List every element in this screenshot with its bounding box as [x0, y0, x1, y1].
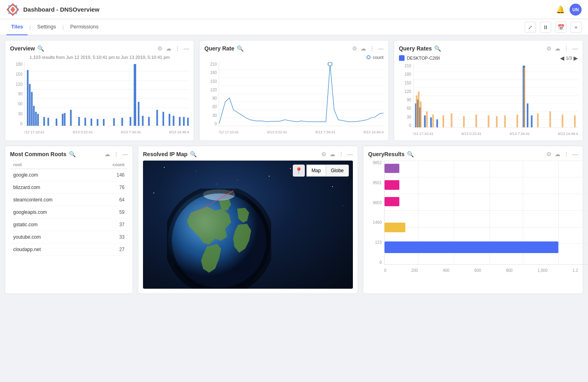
query-rates-tile: Query Rates 🔍 ⚙ ☁ ⋮ — DESKTOP-C2I9I ◀ 1/…	[394, 40, 583, 141]
svg-rect-80	[562, 115, 563, 127]
col-root: root	[10, 161, 94, 169]
table-header-row: root count	[10, 161, 128, 169]
mc-more-icon[interactable]: ⋮	[113, 151, 119, 157]
bell-icon[interactable]: 🔔	[556, 5, 565, 14]
nav-settings[interactable]: Settings	[32, 19, 61, 35]
nav-tiles[interactable]: Tiles	[6, 19, 28, 35]
rm-more-icon[interactable]: ⋮	[338, 151, 344, 157]
svg-rect-18	[62, 114, 63, 126]
query-rates-controls: ⚙ ☁ ⋮ —	[546, 45, 578, 52]
rm-minimize-icon[interactable]: —	[347, 151, 353, 157]
overview-subtitle: 1,103 results from Jun 12 2019, 5:10:41 …	[10, 55, 189, 60]
svg-rect-68	[432, 115, 434, 127]
svg-rect-59	[430, 117, 432, 127]
overview-cloud-icon[interactable]: ☁	[166, 45, 171, 52]
add-tile-button[interactable]: +	[570, 22, 582, 33]
query-rate-search-icon[interactable]: 🔍	[237, 45, 244, 52]
qr-cloud-icon[interactable]: ☁	[360, 45, 366, 52]
qrates-legend-label: DESKTOP-C2I9I	[407, 56, 440, 60]
svg-rect-9	[27, 70, 28, 126]
svg-rect-64	[416, 96, 417, 128]
root-cell: youtube.com	[10, 231, 94, 243]
legend-box	[399, 55, 405, 61]
svg-rect-75	[504, 115, 505, 127]
legend-prev-arrow[interactable]: ◀	[560, 55, 564, 61]
query-rates-tile-header: Query Rates 🔍 ⚙ ☁ ⋮ —	[399, 45, 578, 52]
svg-marker-2	[10, 6, 15, 13]
svg-rect-33	[156, 110, 158, 126]
app-header: Dashboard - DNSOverview 🔔 UN	[0, 0, 588, 19]
query-rates-search-icon[interactable]: 🔍	[434, 45, 441, 52]
qres-y-axis: 9852 9501 9003 1460 123 0	[368, 161, 383, 265]
svg-rect-17	[56, 119, 57, 126]
expand-button[interactable]: ⤢	[525, 22, 536, 33]
svg-rect-31	[142, 116, 143, 126]
svg-rect-34	[163, 112, 164, 126]
overview-more-icon[interactable]: ⋮	[175, 45, 180, 52]
map-toggle: 📍 Map Globe	[293, 165, 349, 177]
query-results-search-icon[interactable]: 🔍	[407, 151, 414, 157]
calendar-button[interactable]: 📅	[555, 22, 566, 33]
qrates-settings-icon[interactable]: ⚙	[546, 45, 552, 52]
globe-button[interactable]: Globe	[326, 165, 349, 177]
query-results-title: QueryResults	[368, 151, 405, 157]
qrates-plot	[413, 64, 578, 128]
count-cell: 64	[94, 194, 128, 206]
overview-title: Overview	[10, 45, 35, 52]
most-common-header: Most Common Roots 🔍 ☁ ⋮ —	[10, 151, 128, 157]
qres-more-icon[interactable]: ⋮	[564, 151, 569, 157]
root-cell: google.com	[10, 169, 94, 181]
rm-cloud-icon[interactable]: ☁	[330, 151, 335, 157]
map-pin-icon[interactable]: 📍	[293, 165, 305, 177]
svg-rect-65	[418, 92, 419, 127]
root-cell: gstatic.com	[10, 219, 94, 231]
qrates-cloud-icon[interactable]: ☁	[555, 45, 560, 52]
svg-rect-20	[70, 110, 72, 126]
nav-permissions[interactable]: Permissions	[65, 19, 103, 35]
legend-next-arrow[interactable]: ▶	[574, 55, 578, 61]
count-cell: 59	[94, 206, 128, 219]
avatar[interactable]: UN	[570, 4, 582, 16]
overview-minimize-icon[interactable]: —	[183, 45, 189, 52]
count-cell: 146	[94, 169, 128, 181]
qr-minimize-icon[interactable]: —	[378, 45, 384, 52]
svg-rect-29	[134, 64, 136, 126]
qres-cloud-icon[interactable]: ☁	[555, 151, 560, 157]
table-row: gstatic.com37	[10, 219, 128, 231]
qrates-more-icon[interactable]: ⋮	[564, 45, 569, 52]
mc-cloud-icon[interactable]: ☁	[105, 151, 110, 157]
mc-minimize-icon[interactable]: —	[122, 151, 128, 157]
overview-settings-icon[interactable]: ⚙	[157, 45, 163, 52]
header-left: Dashboard - DNSOverview	[6, 3, 99, 16]
qr-more-icon[interactable]: ⋮	[369, 45, 375, 52]
svg-rect-62	[527, 103, 528, 127]
pause-button[interactable]: ⏸	[540, 22, 551, 33]
most-common-search-icon[interactable]: 🔍	[69, 151, 76, 157]
qres-settings-icon[interactable]: ⚙	[546, 151, 552, 157]
svg-rect-60	[436, 119, 438, 127]
overview-y-axis: 1801501209060300	[10, 62, 24, 126]
query-rates-legend: DESKTOP-C2I9I ◀ 1/3 ▶	[399, 55, 578, 61]
svg-rect-27	[121, 118, 123, 126]
svg-rect-73	[487, 115, 489, 127]
qrates-minimize-icon[interactable]: —	[572, 45, 578, 52]
resolved-map-search-icon[interactable]: 🔍	[190, 151, 197, 157]
svg-rect-22	[85, 118, 86, 126]
qres-minimize-icon[interactable]: —	[572, 151, 578, 157]
svg-rect-10	[29, 84, 30, 126]
root-cell: steamcontent.com	[10, 194, 94, 206]
qres-x-axis: 02004006008001,0001.2	[384, 267, 578, 273]
rm-settings-icon[interactable]: ⚙	[321, 151, 326, 157]
qr-settings-icon[interactable]: ⚙	[352, 45, 357, 52]
map-button[interactable]: Map	[306, 165, 326, 177]
svg-rect-79	[549, 111, 551, 127]
svg-rect-81	[574, 115, 576, 127]
svg-rect-37	[179, 117, 181, 126]
overview-x-axis: /12 17:10:416/13 0:22:416/13 7:34:416/13…	[24, 129, 189, 134]
header-right: 🔔 UN	[556, 4, 582, 16]
svg-rect-21	[78, 117, 80, 126]
overview-search-icon[interactable]: 🔍	[37, 45, 44, 52]
svg-rect-23	[91, 119, 92, 126]
most-common-title: Most Common Roots	[10, 151, 66, 157]
root-cell: cloudapp.net	[10, 243, 94, 256]
